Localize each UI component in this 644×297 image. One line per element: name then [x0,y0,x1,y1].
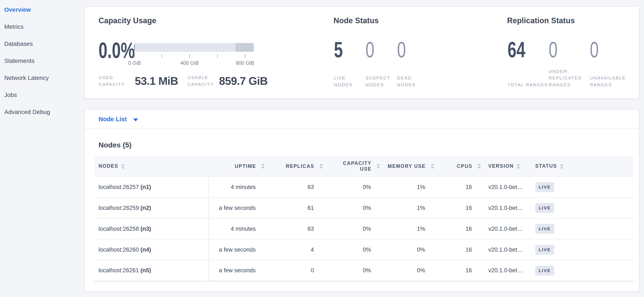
status-badge: LIVE [535,182,554,192]
node-list-dropdown[interactable]: Node List [85,110,639,129]
sort-icon [376,164,380,169]
capacity-use-cell: 0% [314,260,372,281]
nodes-heading: Nodes (5) [98,141,633,149]
gauge-tick [245,54,246,58]
suspect-nodes-stat: 0 SUSPECT NODES [366,38,397,88]
sidebar: Overview Metrics Databases Statements Ne… [0,0,84,297]
sort-icon [121,164,125,169]
status-cell: LIVE [533,198,634,218]
capacity-use-cell: 0% [314,177,372,198]
replication-status-section: Replication Status 64 TOTAL RANGES 0 UND… [507,16,639,93]
replication-status-title: Replication Status [507,16,639,25]
uptime-cell: 4 minutes [209,218,256,239]
nodes-table-section: Nodes (5) NODES UPTIME RE [85,141,639,282]
node-status-section: Node Status 5 LIVE NODES 0 SUSPECT NODES… [334,16,466,93]
sort-icon [560,164,564,169]
column-header-uptime[interactable]: UPTIME [209,156,256,177]
column-header-version[interactable]: VERSION [472,156,533,177]
status-badge: LIVE [535,266,554,276]
capacity-usage-title: Capacity Usage [98,16,335,25]
status-badge: LIVE [535,224,554,234]
cpus-cell: 16 [426,239,472,260]
replicas-cell: 63 [256,177,314,198]
column-label: STATUS [535,163,557,169]
under-replicated-count: 0 [549,38,578,61]
version-cell: v20.1.0-bet… [472,198,533,218]
sidebar-item-overview[interactable]: Overview [0,1,84,18]
live-nodes-label: LIVE NODES [334,75,366,88]
node-row[interactable]: localhost:26259 (n2) a few seconds 61 0%… [94,198,634,218]
capacity-usage-section: Capacity Usage 0.0% 0 GiB 400 GiB 800 Gi… [98,16,335,93]
uptime-cell: a few seconds [209,239,256,260]
cluster-summary-card: Capacity Usage 0.0% 0 GiB 400 GiB 800 Gi… [84,6,639,99]
status-cell: LIVE [533,177,634,198]
version-cell: v20.1.0-bet… [472,260,533,281]
column-label: CPUS [457,163,472,169]
column-label: MEMORY USE [388,163,426,169]
node-list-card: Node List Nodes (5) NODES UPTIME [84,109,639,292]
capacity-gauge-track [134,43,254,52]
under-replicated-stat: 0 UNDER-REPLICATED RANGES [549,38,590,88]
node-row[interactable]: localhost:26260 (n4) a few seconds 4 0% … [94,239,634,260]
cpus-cell: 16 [426,218,472,239]
gauge-axis-label: 400 GiB [180,60,199,66]
memory-use-cell: 1% [372,218,426,239]
used-capacity-label: USED CAPACITY [98,74,125,88]
column-label: UPTIME [235,163,256,169]
column-header-nodes[interactable]: NODES [94,156,209,177]
node-status-title: Node Status [334,16,466,25]
sidebar-item-metrics[interactable]: Metrics [0,18,84,35]
node-row[interactable]: localhost:26257 (n1) 4 minutes 63 0% 1% … [94,177,634,198]
node-row[interactable]: localhost:26261 (n5) a few seconds 0 0% … [94,260,634,281]
sidebar-item-statements[interactable]: Statements [0,52,84,69]
status-badge: LIVE [535,203,554,213]
live-nodes-stat: 5 LIVE NODES [334,38,366,88]
memory-use-cell: 1% [372,198,426,218]
gauge-tick [217,54,218,58]
gauge-axis-label: 0 GiB [128,60,141,66]
status-cell: LIVE [533,218,634,239]
capacity-gauge-used-bar [134,44,135,50]
replicas-cell: 63 [256,218,314,239]
unavailable-ranges-stat: 0 UNAVAILABLE RANGES [590,38,631,88]
column-header-replicas[interactable]: REPLICAS [256,156,314,177]
node-row[interactable]: localhost:26258 (n3) 4 minutes 63 0% 1% … [94,218,634,239]
table-header-row: NODES UPTIME REPLICAS CAPACITY USE MEMOR [94,156,634,177]
sidebar-item-advanced-debug[interactable]: Advanced Debug [0,104,84,121]
total-ranges-count: 64 [508,38,537,61]
status-badge: LIVE [535,245,554,255]
dead-nodes-label: DEAD NODES [397,75,428,88]
column-label: REPLICAS [286,163,314,169]
unavailable-ranges-count: 0 [590,38,620,61]
sidebar-item-jobs[interactable]: Jobs [0,86,84,104]
sort-icon [478,164,481,169]
column-header-capacity-use[interactable]: CAPACITY USE [314,156,372,177]
nodes-table: NODES UPTIME REPLICAS CAPACITY USE MEMOR [94,156,634,282]
suspect-nodes-label: SUSPECT NODES [366,75,397,88]
used-capacity-value: 53.1 MiB [135,75,178,87]
gauge-tick [190,54,190,58]
column-header-status[interactable]: STATUS [533,156,634,177]
node-address-cell: localhost:26261 (n5) [94,260,209,281]
node-status-stats: 5 LIVE NODES 0 SUSPECT NODES 0 DEAD NODE… [334,38,428,88]
uptime-cell: 4 minutes [209,177,256,198]
sidebar-item-databases[interactable]: Databases [0,35,84,52]
sort-icon [517,164,520,169]
capacity-used-percent: 0.0% [98,39,135,61]
version-cell: v20.1.0-bet… [472,177,533,198]
usable-capacity-value: 859.7 GiB [219,75,268,87]
node-address-cell: localhost:26259 (n2) [94,198,209,218]
node-address-cell: localhost:26258 (n3) [94,218,209,239]
total-ranges-stat: 64 TOTAL RANGES [508,38,549,88]
replication-stats: 64 TOTAL RANGES 0 UNDER-REPLICATED RANGE… [508,38,631,88]
unavailable-ranges-label: UNAVAILABLE RANGES [590,75,631,88]
capacity-use-cell: 0% [314,239,372,260]
cpus-cell: 16 [426,260,472,281]
node-address-cell: localhost:26260 (n4) [94,239,209,260]
memory-use-cell: 1% [372,177,426,198]
chevron-down-icon [133,118,138,121]
capacity-use-cell: 0% [314,218,372,239]
uptime-cell: a few seconds [209,198,256,218]
memory-use-cell: 0% [372,239,426,260]
sidebar-item-network-latency[interactable]: Network Latency [0,69,84,86]
